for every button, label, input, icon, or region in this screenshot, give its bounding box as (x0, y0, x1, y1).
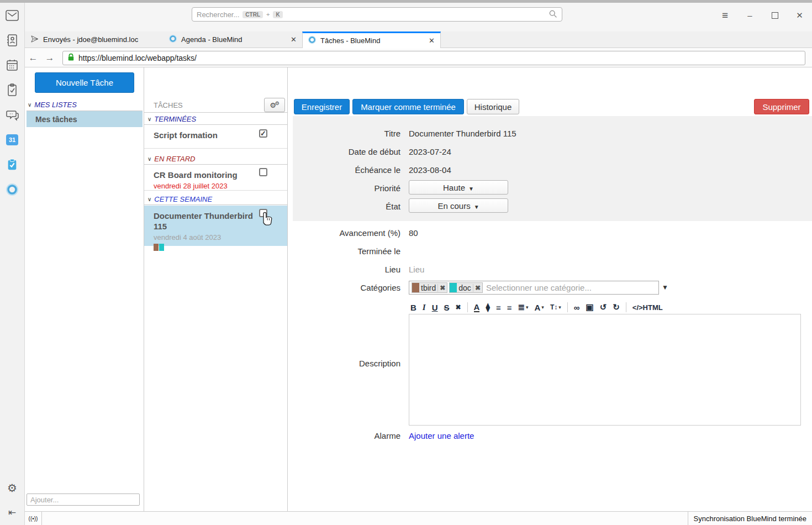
underline-icon[interactable]: U (432, 303, 438, 312)
app-menu-icon[interactable]: ≡ (713, 3, 737, 28)
strikethrough-icon[interactable]: S (444, 303, 450, 312)
close-icon[interactable]: ✕ (787, 3, 812, 28)
chevron-down-icon: ∨ (147, 156, 151, 162)
new-task-button[interactable]: Nouvelle Tâche (35, 72, 134, 93)
title-value[interactable]: Documenter Thunderbird 115 (409, 129, 516, 138)
settings-gear-icon[interactable]: ⚙ (4, 480, 20, 496)
font-color-icon[interactable]: A (474, 303, 480, 312)
redo-icon[interactable]: ↻ (613, 302, 620, 312)
category-chip-tbird[interactable]: tbird ✖ (412, 282, 447, 293)
sync-status-text: Synchronisation BlueMind terminée (688, 512, 812, 525)
spaces-toolbar: 31 ⚙ ⇤ (0, 3, 25, 525)
add-list-input[interactable] (27, 494, 140, 506)
link-icon[interactable]: ∞ (574, 303, 580, 312)
state-label: État (293, 202, 400, 211)
bluemind-logo-icon[interactable] (4, 181, 20, 198)
my-lists-header[interactable]: ∨ MES LISTES (27, 99, 143, 111)
minimize-icon[interactable]: – (737, 3, 762, 28)
category-chip-doc[interactable]: doc ✖ (449, 282, 483, 293)
description-label: Description (293, 359, 400, 368)
task-checkbox-checked[interactable]: ✓ (259, 129, 267, 138)
calendar-extension-icon[interactable]: 31 (4, 132, 20, 148)
status-bar: ((•)) Synchronisation BlueMind terminée (25, 511, 812, 525)
highlight-icon[interactable]: ⧫ (486, 302, 489, 312)
categories-input[interactable]: tbird ✖ doc ✖ Selectionner une catégorie… (409, 281, 659, 295)
tasks-space-icon[interactable] (4, 82, 20, 98)
delete-button[interactable]: Supprimer (754, 99, 809, 114)
mail-space-icon[interactable] (4, 7, 20, 24)
clear-format-icon[interactable]: ✖ (456, 303, 461, 311)
category-color-swatch (450, 283, 457, 292)
remove-category-icon[interactable]: ✖ (473, 284, 482, 292)
start-date-value[interactable]: 2023-07-24 (409, 147, 451, 156)
forward-icon[interactable]: → (41, 53, 58, 64)
search-placeholder: Rechercher... (197, 11, 239, 19)
chevron-down-icon: ∨ (28, 102, 31, 108)
priority-dropdown[interactable]: Haute▼ (409, 180, 508, 195)
tab-agenda[interactable]: Agenda - BlueMind ✕ (164, 32, 302, 48)
dropdown-arrow-icon: ▼ (474, 204, 479, 210)
location-placeholder[interactable]: Lieu (409, 265, 424, 274)
html-source-icon[interactable]: </>HTML (632, 303, 663, 312)
remove-category-icon[interactable]: ✖ (437, 284, 447, 292)
bold-icon[interactable]: B (410, 303, 416, 312)
add-alert-link[interactable]: Ajouter une alerte (409, 431, 474, 440)
window-titlebar: Rechercher... CTRL + K ≡ – ✕ (25, 3, 812, 32)
section-cette-semaine[interactable]: ∨ CETTE SEMAINE (144, 193, 287, 205)
history-button[interactable]: Historique (467, 99, 519, 114)
categories-dropdown-icon[interactable]: ▼ (662, 284, 668, 291)
task-detail-panel: Enregistrer Marquer comme terminée Histo… (293, 67, 812, 511)
addressbook-space-icon[interactable] (4, 32, 20, 49)
navigation-bar: ← → https://bluemind.loc/webapp/tasks/ (25, 49, 812, 67)
tab-close-icon[interactable]: ✕ (429, 36, 435, 45)
section-terminees[interactable]: ∨ TERMINÉES (144, 113, 287, 125)
section-en-retard[interactable]: ∨ EN RETARD (144, 153, 287, 165)
url-bar[interactable]: https://bluemind.loc/webapp/tasks/ (62, 51, 805, 65)
global-search-input[interactable]: Rechercher... CTRL + K (192, 7, 562, 22)
chevron-down-icon: ∨ (147, 196, 151, 202)
list-item-mes-taches[interactable]: Mes tâches (27, 111, 143, 127)
description-textarea[interactable] (409, 314, 801, 426)
priority-label: Priorité (293, 183, 400, 193)
task-checkbox[interactable] (259, 168, 267, 176)
back-icon[interactable]: ← (25, 53, 41, 64)
align-dropdown[interactable]: ≣▾ (518, 302, 528, 312)
numbered-list-icon[interactable]: ≡ (507, 303, 512, 312)
mouse-cursor-pointer (259, 209, 273, 227)
calendar-space-icon[interactable] (4, 57, 20, 74)
tab-envoyes[interactable]: Envoyés - jdoe@bluemind.loc (25, 32, 164, 48)
location-label: Lieu (293, 265, 400, 274)
tab-close-icon[interactable]: ✕ (291, 35, 297, 44)
font-size-dropdown[interactable]: T↕▾ (550, 303, 561, 311)
category-color-swatch (412, 283, 419, 292)
bullet-list-icon[interactable]: ≡ (496, 303, 501, 312)
state-dropdown[interactable]: En cours▼ (409, 198, 508, 213)
categories-placeholder: Selectionner une catégorie... (486, 283, 592, 292)
task-item-cr-board[interactable]: CR Board monitoring vendredi 28 juillet … (144, 165, 287, 191)
tasklist-title: TÂCHES (154, 101, 183, 109)
gears-icon-small: ⚙ (275, 101, 280, 106)
save-button[interactable]: Enregistrer (294, 99, 350, 114)
categories-label: Catégories (293, 283, 400, 292)
lists-sidebar: Nouvelle Tâche ∨ MES LISTES Mes tâches (25, 67, 144, 511)
tasks-extension-icon[interactable] (4, 156, 20, 173)
font-family-dropdown[interactable]: A▾ (535, 303, 544, 312)
broadcast-icon[interactable]: ((•)) (25, 512, 42, 525)
undo-icon[interactable]: ↺ (600, 302, 607, 312)
image-icon[interactable]: ▣ (586, 302, 593, 312)
tab-taches[interactable]: Tâches - BlueMind ✕ (302, 32, 441, 48)
maximize-icon[interactable] (762, 3, 787, 28)
mark-done-button[interactable]: Marquer comme terminée (352, 99, 464, 114)
tasklist-settings-button[interactable]: ⚙⚙ (264, 98, 285, 112)
bluemind-ring-icon (308, 36, 316, 45)
chat-space-icon[interactable] (4, 107, 20, 123)
due-date-value[interactable]: 2023-08-04 (409, 165, 451, 175)
richtext-toolbar: B I U S ✖ A ⧫ ≡ ≡ ≣▾ A▾ T↕▾ ∞ ▣ ↺ ↻ </>H… (410, 301, 663, 313)
tag-doc (159, 244, 164, 251)
progress-value[interactable]: 80 (409, 228, 418, 238)
collapse-toolbar-icon[interactable]: ⇤ (4, 504, 20, 521)
italic-icon[interactable]: I (423, 303, 426, 312)
chevron-down-icon: ∨ (147, 116, 151, 122)
font-icon: A (535, 303, 541, 312)
task-item-script-formation[interactable]: Script formation ✓ (144, 125, 287, 149)
